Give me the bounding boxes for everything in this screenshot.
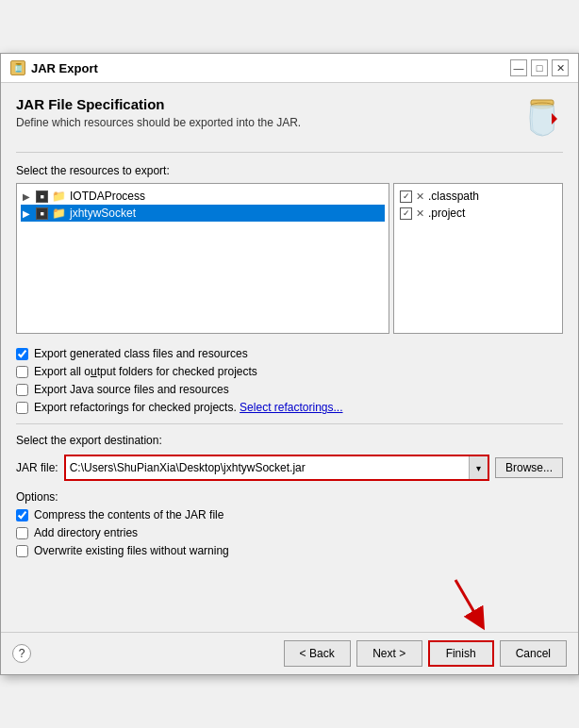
export-opt2-row: Export all output folders for checked pr… — [16, 365, 563, 378]
section-desc: Define which resources should be exporte… — [16, 116, 521, 129]
tree-label-classpath: .classpath — [428, 190, 479, 203]
tree-left[interactable]: ▶ 📁 IOTDAProcess ▶ 📁 jxhtywSocket — [16, 183, 389, 334]
file-icon-project: ✕ — [416, 207, 424, 220]
folder-icon-jxhtyw: 📁 — [52, 207, 66, 220]
compress-row: Compress the contents of the JAR file — [16, 508, 563, 521]
jar-file-input[interactable] — [66, 458, 469, 477]
folder-icon-iotda: 📁 — [52, 190, 66, 203]
jar-file-row: JAR file: ▾ Browse... — [16, 455, 563, 481]
export-opt4-checkbox[interactable] — [16, 402, 28, 414]
select-refactorings-link[interactable]: Select refactorings... — [240, 401, 342, 414]
export-options-section: Export generated class files and resourc… — [16, 347, 563, 414]
finish-button[interactable]: Finish — [428, 640, 494, 667]
export-opt3-checkbox[interactable] — [16, 384, 28, 396]
svg-line-4 — [455, 580, 479, 620]
options-label: Options: — [16, 490, 563, 504]
checkbox-classpath[interactable] — [400, 190, 412, 203]
dialog-content: JAR File Specification Define which reso… — [1, 83, 578, 575]
export-opt1-label: Export generated class files and resourc… — [34, 347, 248, 360]
header-area: JAR File Specification Define which reso… — [16, 96, 563, 153]
tree-label-jxhtyw: jxhtywSocket — [70, 207, 136, 220]
tree-item-classpath[interactable]: ✕ .classpath — [398, 188, 558, 205]
tree-item-iotdaprocess[interactable]: ▶ 📁 IOTDAProcess — [21, 188, 385, 205]
export-opt1-row: Export generated class files and resourc… — [16, 347, 563, 360]
compress-label: Compress the contents of the JAR file — [34, 508, 223, 521]
browse-button[interactable]: Browse... — [495, 457, 563, 478]
jar-export-dialog: 🫙 JAR Export — □ ✕ JAR File Specificatio… — [0, 53, 579, 675]
resources-label: Select the resources to export: — [16, 164, 563, 177]
overwrite-row: Overwrite existing files without warning — [16, 544, 563, 557]
help-button[interactable]: ? — [12, 644, 31, 663]
jar-file-input-wrap: ▾ — [64, 455, 489, 481]
minimize-button[interactable]: — — [510, 59, 527, 76]
titlebar-controls: — □ ✕ — [510, 59, 569, 76]
next-button[interactable]: Next > — [356, 640, 422, 667]
destination-label: Select the export destination: — [16, 434, 563, 447]
export-opt2-checkbox[interactable] — [16, 366, 28, 378]
export-opt1-checkbox[interactable] — [16, 348, 28, 360]
arrow-area — [1, 575, 578, 632]
jar-file-label: JAR file: — [16, 461, 58, 474]
footer: ? < Back Next > Finish Cancel — [1, 632, 578, 674]
maximize-button[interactable]: □ — [531, 59, 548, 76]
cancel-button[interactable]: Cancel — [500, 640, 567, 667]
export-opt4-label: Export refactorings for checked projects… — [34, 401, 343, 414]
checkbox-iotda[interactable] — [36, 190, 48, 203]
back-button[interactable]: < Back — [284, 640, 351, 667]
section-title: JAR File Specification — [16, 96, 521, 112]
add-dir-checkbox[interactable] — [16, 527, 28, 539]
expand-arrow-iotda: ▶ — [23, 191, 32, 202]
export-opt4-row: Export refactorings for checked projects… — [16, 401, 563, 414]
export-opt3-label: Export Java source files and resources — [34, 383, 229, 396]
jar-options-section: Options: Compress the contents of the JA… — [16, 490, 563, 557]
red-arrow-svg — [427, 575, 503, 632]
expand-arrow-jxhtyw: ▶ — [23, 208, 32, 219]
checkbox-project[interactable] — [400, 207, 412, 220]
tree-label-project: .project — [428, 207, 465, 220]
tree-panel: ▶ 📁 IOTDAProcess ▶ 📁 jxhtywSocket — [16, 183, 563, 334]
header-text: JAR File Specification Define which reso… — [16, 96, 521, 142]
titlebar: 🫙 JAR Export — □ ✕ — [1, 54, 578, 83]
dialog-title: JAR Export — [31, 61, 98, 75]
overwrite-checkbox[interactable] — [16, 545, 28, 557]
titlebar-left: 🫙 JAR Export — [10, 60, 98, 75]
tree-right[interactable]: ✕ .classpath ✕ .project — [393, 183, 563, 334]
dropdown-arrow[interactable]: ▾ — [469, 456, 488, 479]
add-dir-row: Add directory entries — [16, 526, 563, 539]
footer-left: ? — [12, 644, 31, 663]
export-opt2-label: Export all output folders for checked pr… — [34, 365, 257, 378]
overwrite-label: Overwrite existing files without warning — [34, 544, 229, 557]
compress-checkbox[interactable] — [16, 509, 28, 521]
tree-item-jxhtywsocket[interactable]: ▶ 📁 jxhtywSocket — [21, 205, 385, 222]
divider1 — [16, 423, 563, 424]
checkbox-jxhtyw[interactable] — [36, 207, 48, 220]
tree-item-project[interactable]: ✕ .project — [398, 205, 558, 222]
footer-right: < Back Next > Finish Cancel — [284, 640, 567, 667]
export-opt3-row: Export Java source files and resources — [16, 383, 563, 396]
jar-icon: 🫙 — [10, 60, 25, 75]
add-dir-label: Add directory entries — [34, 526, 138, 539]
tree-label-iotda: IOTDAProcess — [70, 190, 145, 203]
file-icon-classpath: ✕ — [416, 190, 424, 203]
jar-visual-icon — [521, 96, 563, 138]
close-button[interactable]: ✕ — [552, 59, 569, 76]
